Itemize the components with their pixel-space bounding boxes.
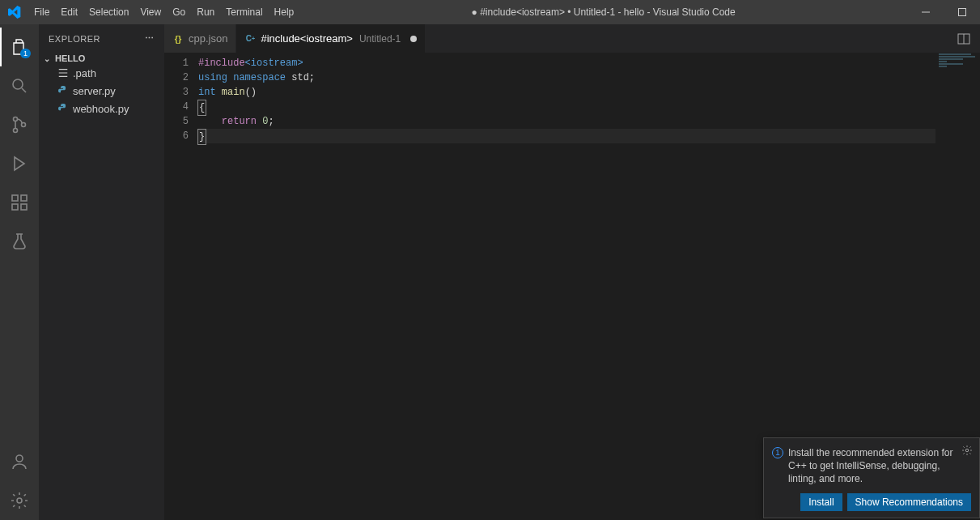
folder-header[interactable]: ⌄ HELLO <box>39 53 164 64</box>
maximize-button[interactable] <box>944 0 980 24</box>
svg-point-6 <box>22 123 26 127</box>
python-icon <box>57 84 70 97</box>
window-controls <box>907 0 980 24</box>
line-gutter: 1 2 3 4 5 6 <box>164 53 198 520</box>
dirty-indicator-icon <box>410 36 417 42</box>
svg-point-11 <box>16 455 23 462</box>
notification-toast: i Install the recommended extension for … <box>763 437 980 518</box>
svg-point-5 <box>14 129 18 133</box>
menu-go[interactable]: Go <box>167 0 191 24</box>
svg-rect-10 <box>21 195 27 201</box>
chevron-down-icon: ⌄ <box>44 54 55 63</box>
sidebar-title: EXPLORER <box>49 34 100 44</box>
run-debug-icon[interactable] <box>0 144 39 183</box>
split-editor-icon[interactable] <box>954 29 974 49</box>
source-control-icon[interactable] <box>0 105 39 144</box>
svg-line-3 <box>22 88 26 92</box>
menu-terminal[interactable]: Terminal <box>220 0 268 24</box>
cpp-icon: C+ <box>244 33 256 45</box>
code-line: int main() <box>198 85 980 100</box>
sidebar-header: EXPLORER ⋯ <box>39 24 164 53</box>
line-number: 6 <box>164 129 189 143</box>
svg-point-15 <box>965 449 969 452</box>
folder-name: HELLO <box>55 53 85 63</box>
svg-point-2 <box>13 79 23 89</box>
tab-label: cpp.json <box>189 32 227 45</box>
vscode-logo-icon <box>0 6 28 19</box>
menu-bar: File Edit Selection View Go Run Terminal… <box>28 0 299 24</box>
info-icon: i <box>772 447 783 458</box>
minimize-button[interactable] <box>907 0 944 24</box>
svg-point-12 <box>17 498 22 503</box>
menu-file[interactable]: File <box>28 0 55 24</box>
sidebar-section: ⌄ HELLO .path server.py webhook.py <box>39 53 164 117</box>
file-item-webhook[interactable]: webhook.py <box>39 100 164 117</box>
svg-rect-7 <box>12 195 18 201</box>
editor-actions <box>954 24 980 53</box>
menu-help[interactable]: Help <box>269 0 300 24</box>
svg-rect-8 <box>12 204 18 210</box>
sidebar: EXPLORER ⋯ ⌄ HELLO .path server.py webho… <box>39 24 164 520</box>
file-item-path[interactable]: .path <box>39 64 164 82</box>
file-label: server.py <box>73 85 116 97</box>
search-icon[interactable] <box>0 66 39 105</box>
editor-group: {} cpp.json C+ #include<iostream> Untitl… <box>164 24 980 520</box>
line-number: 1 <box>164 56 189 70</box>
line-number: 5 <box>164 114 189 129</box>
file-item-server[interactable]: server.py <box>39 82 164 100</box>
testing-icon[interactable] <box>0 222 39 261</box>
line-number: 4 <box>164 100 189 114</box>
tab-label: #include<iostream> <box>261 32 352 45</box>
code-line: } <box>198 129 980 143</box>
editor-tabs: {} cpp.json C+ #include<iostream> Untitl… <box>164 24 980 53</box>
python-icon <box>57 102 70 115</box>
explorer-badge: 1 <box>20 49 31 58</box>
svg-point-4 <box>14 117 18 121</box>
code-line: using namespace std; <box>198 70 980 85</box>
extensions-icon[interactable] <box>0 183 39 222</box>
sidebar-more-icon[interactable]: ⋯ <box>145 33 155 44</box>
code-line: { <box>198 100 980 114</box>
list-icon <box>57 66 70 79</box>
show-recommendations-button[interactable]: Show Recommendations <box>847 493 971 511</box>
line-number: 2 <box>164 70 189 85</box>
install-button[interactable]: Install <box>800 493 842 511</box>
tab-cppjson[interactable]: {} cpp.json <box>164 24 236 53</box>
tab-untitled[interactable]: C+ #include<iostream> Untitled-1 <box>236 24 426 53</box>
menu-edit[interactable]: Edit <box>55 0 83 24</box>
explorer-icon[interactable]: 1 <box>0 28 39 66</box>
code-line: #include<iostream> <box>198 56 980 70</box>
file-label: .path <box>73 67 96 79</box>
svg-rect-1 <box>958 9 965 16</box>
activity-bar: 1 <box>0 24 39 520</box>
window-title: ● #include<iostream> • Untitled-1 - hell… <box>299 6 907 18</box>
menu-selection[interactable]: Selection <box>83 0 134 24</box>
notification-message: Install the recommended extension for C+… <box>788 446 971 485</box>
svg-rect-9 <box>21 204 27 210</box>
notification-gear-icon[interactable] <box>961 445 973 458</box>
line-number: 3 <box>164 85 189 100</box>
tab-description: Untitled-1 <box>359 33 401 45</box>
code-line: return 0; <box>198 114 980 129</box>
settings-gear-icon[interactable] <box>0 481 39 520</box>
titlebar: File Edit Selection View Go Run Terminal… <box>0 0 980 24</box>
accounts-icon[interactable] <box>0 442 39 481</box>
menu-view[interactable]: View <box>134 0 167 24</box>
menu-run[interactable]: Run <box>191 0 220 24</box>
file-label: webhook.py <box>73 103 129 115</box>
json-icon: {} <box>172 33 184 45</box>
